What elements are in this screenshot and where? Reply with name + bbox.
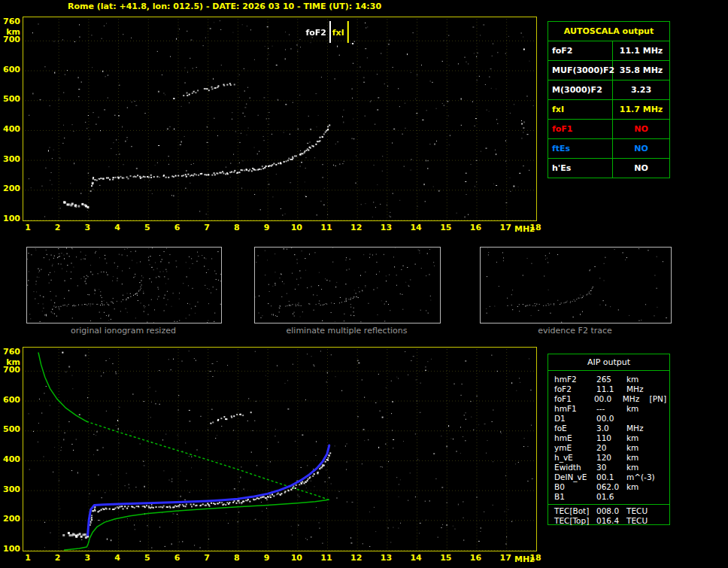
- table-row: foE 3.0 MHz: [554, 424, 666, 433]
- x-tick-label: 15: [438, 553, 454, 563]
- param-extra: [PN]: [650, 394, 666, 404]
- param-label: hmF1: [554, 404, 596, 414]
- y-tick-label: 100: [0, 214, 20, 223]
- y-tick-label: 760: [0, 17, 20, 26]
- param-value: 00.0: [596, 414, 626, 424]
- thumbnail-canvas: [27, 248, 221, 323]
- x-tick-label: 11: [318, 553, 335, 563]
- y-tick-label: 600: [0, 395, 20, 405]
- y-tick-label: 500: [0, 424, 20, 434]
- param-value: 062.0: [596, 482, 626, 492]
- param-unit: km: [626, 463, 655, 472]
- param-label: B1: [554, 492, 596, 502]
- aip-output-table: AIP output hmF2 265 km foF2 11.1 MHz foF…: [548, 354, 670, 525]
- aip-tec-section: TEC[Bot] 008.0 TECU TEC[Top] 016.4 TECU: [548, 504, 669, 526]
- param-extra: [655, 375, 666, 384]
- x-tick-label: 14: [408, 553, 424, 563]
- table-row: foF2 11.1 MHz: [554, 384, 666, 394]
- param-label: foE: [554, 424, 596, 433]
- table-row: hmF1 --- km: [554, 404, 666, 414]
- x-tick-label: 10: [288, 223, 305, 232]
- param-extra: [655, 414, 666, 424]
- param-value: 35.8 MHz: [613, 61, 669, 80]
- thumbnail-caption: eliminate multiple reflections: [254, 326, 439, 336]
- param-value: NO: [613, 139, 669, 158]
- table-row: foF1 00.0 MHz [PN]: [554, 394, 666, 404]
- table-row: ftEs NO: [548, 138, 669, 158]
- y-tick-label: 600: [0, 65, 20, 74]
- param-label: MUF(3000)F2: [548, 61, 613, 80]
- param-value: NO: [613, 120, 669, 138]
- param-value: 01.6: [596, 492, 626, 502]
- param-extra: [655, 492, 666, 502]
- table-row: foF1 NO: [548, 119, 669, 138]
- x-tick-label: 7: [199, 223, 215, 232]
- x-tick-label: 2: [50, 223, 66, 232]
- y-tick-label: 200: [0, 184, 20, 193]
- thumbnail-caption: evidence F2 trace: [480, 326, 670, 336]
- param-extra: [655, 516, 666, 526]
- thumbnail-eliminate-reflections: [254, 247, 441, 323]
- table-row: fxI 11.7 MHz: [548, 99, 669, 119]
- table-row: D1 00.0: [554, 414, 666, 424]
- param-unit: km: [626, 404, 655, 414]
- table-row: hmF2 265 km: [554, 375, 666, 384]
- y-tick-label: 300: [0, 154, 20, 164]
- x-tick-label: 13: [378, 223, 394, 232]
- thumbnail-caption: original ionogram resized: [26, 326, 220, 336]
- x-tick-label: 8: [229, 223, 245, 232]
- x-tick-label: 6: [169, 223, 186, 232]
- param-unit: TECU: [626, 506, 655, 516]
- x-tick-label: 4: [109, 553, 126, 563]
- profile-ionogram-canvas: [23, 348, 536, 551]
- param-value: NO: [613, 159, 669, 178]
- x-tick-label: 9: [259, 553, 275, 563]
- param-label: M(3000)F2: [548, 80, 613, 99]
- param-unit: [626, 414, 655, 424]
- param-label: foF1: [554, 394, 594, 404]
- param-label: Ewidth: [554, 463, 596, 472]
- param-label: h'Es: [548, 159, 613, 178]
- autoscala-app-window: Rome (lat: +41.8, lon: 012.5) - DATE: 20…: [0, 0, 728, 568]
- y-tick-label: 760: [0, 347, 20, 357]
- param-unit: [626, 492, 655, 502]
- param-value: 3.23: [613, 80, 669, 99]
- param-value: 11.1: [596, 384, 626, 394]
- param-value: 00.1: [596, 472, 626, 482]
- param-value: 120: [596, 453, 626, 463]
- table-row: M(3000)F2 3.23: [548, 80, 669, 99]
- y-tick-label: 100: [0, 544, 20, 554]
- param-extra: [655, 404, 666, 414]
- param-value: 110: [596, 433, 626, 443]
- table-row: B0 062.0 km: [554, 482, 666, 492]
- param-label: foF1: [548, 120, 613, 138]
- param-unit: m^(-3): [626, 472, 655, 482]
- x-tick-label: 17: [497, 553, 514, 563]
- x-tick-label: 10: [288, 553, 305, 563]
- x-tick-label: 16: [468, 553, 484, 563]
- x-axis-unit-label: MHz: [514, 224, 540, 234]
- autoscala-output-table: AUTOSCALA output foF2 11.1 MHz MUF(3000)…: [548, 21, 670, 178]
- x-tick-label: 1: [20, 223, 36, 232]
- x-tick-label: 5: [139, 553, 156, 563]
- x-tick-label: 14: [408, 223, 424, 232]
- param-value: ---: [596, 404, 626, 414]
- param-extra: [655, 433, 666, 443]
- param-unit: km: [626, 375, 655, 384]
- profile-ionogram-plot: [23, 347, 537, 551]
- param-label: hmF2: [554, 375, 596, 384]
- thumbnail-evidence-f2: [480, 247, 672, 323]
- autoscala-table-title: AUTOSCALA output: [548, 22, 669, 41]
- thumbnail-canvas: [255, 248, 440, 323]
- y-tick-label: 500: [0, 94, 20, 104]
- y-tick-label: 300: [0, 484, 20, 494]
- y-tick-label: 400: [0, 124, 20, 134]
- table-row: B1 01.6: [554, 492, 666, 502]
- table-row: TEC[Top] 016.4 TECU: [554, 516, 666, 526]
- x-tick-label: 7: [199, 553, 215, 563]
- table-row: h'Es NO: [548, 158, 669, 178]
- param-label: TEC[Top]: [554, 516, 596, 526]
- param-unit: km: [626, 433, 655, 443]
- x-tick-label: 11: [318, 223, 335, 232]
- x-tick-label: 13: [378, 553, 394, 563]
